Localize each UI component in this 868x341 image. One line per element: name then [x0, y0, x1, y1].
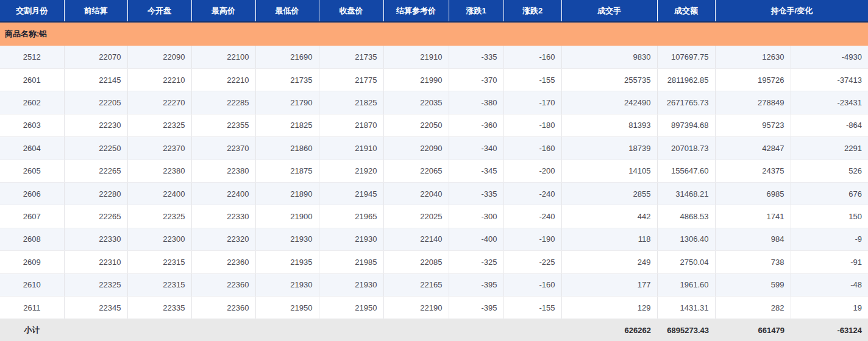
value-cell: -48	[791, 273, 868, 296]
value-cell: 21945	[319, 182, 383, 205]
value-cell: 22265	[64, 160, 127, 182]
value-cell: 676	[791, 182, 868, 205]
value-cell: 22065	[383, 160, 449, 182]
subtotal-value-cell	[383, 319, 449, 341]
value-cell: 22270	[127, 91, 191, 114]
value-cell: 155647.60	[657, 160, 715, 182]
value-cell: 21910	[383, 46, 449, 68]
delivery-month-cell: 2608	[0, 228, 64, 250]
value-cell: 19	[791, 296, 868, 318]
value-cell: 12630	[715, 46, 791, 68]
table-row-month-2602: 2602222052227022285217902182522035-380-1…	[0, 91, 868, 114]
value-cell: 22230	[64, 114, 127, 136]
futures-quotes-page: 交割月份前结算今开盘最高价最低价收盘价结算参考价涨跌1涨跌2成交手成交额持仓手/…	[0, 0, 868, 341]
value-cell: 22380	[191, 160, 255, 182]
value-cell: 21930	[319, 228, 383, 250]
value-cell: 22035	[383, 91, 449, 114]
value-cell: -380	[449, 91, 503, 114]
value-cell: 278849	[715, 91, 791, 114]
column-header-12: 持仓手/变化	[715, 0, 868, 22]
value-cell: 21930	[319, 273, 383, 296]
value-cell: 22325	[64, 273, 127, 296]
value-cell: -240	[503, 182, 561, 205]
value-cell: 22360	[191, 273, 255, 296]
value-cell: 9830	[561, 46, 657, 68]
table-row-month-2605: 2605222652238022380218752192022065-345-2…	[0, 160, 868, 182]
column-header-10: 成交手	[561, 0, 657, 22]
value-cell: -370	[449, 68, 503, 91]
value-cell: -300	[449, 205, 503, 228]
value-cell: 21920	[319, 160, 383, 182]
table-row-month-2608: 2608223302230022320219302193022140-400-1…	[0, 228, 868, 250]
value-cell: 22100	[191, 46, 255, 68]
value-cell: 22315	[127, 273, 191, 296]
value-cell: 2291	[791, 137, 868, 160]
value-cell: 24375	[715, 160, 791, 182]
subtotal-row: 小计6262626895273.43661479-63124	[0, 319, 868, 341]
value-cell: 95723	[715, 114, 791, 136]
value-cell: 81393	[561, 114, 657, 136]
subtotal-label: 小计	[0, 319, 64, 341]
value-cell: 22345	[64, 296, 127, 318]
value-cell: 21890	[255, 182, 319, 205]
value-cell: -180	[503, 114, 561, 136]
value-cell: 22370	[127, 137, 191, 160]
value-cell: 22315	[127, 251, 191, 273]
value-cell: 21935	[255, 251, 319, 273]
value-cell: 195726	[715, 68, 791, 91]
delivery-month-cell: 2606	[0, 182, 64, 205]
value-cell: 22325	[127, 114, 191, 136]
column-header-7: 结算参考价	[383, 0, 449, 22]
value-cell: -345	[449, 160, 503, 182]
subtotal-value-cell	[319, 319, 383, 341]
value-cell: 22355	[191, 114, 255, 136]
value-cell: 207018.73	[657, 137, 715, 160]
commodity-name-label: 商品名称:铝	[0, 22, 868, 46]
value-cell: 21690	[255, 46, 319, 68]
table-row-month-2604: 2604222502237022370218602191022090-340-1…	[0, 137, 868, 160]
delivery-month-cell: 2602	[0, 91, 64, 114]
value-cell: 21790	[255, 91, 319, 114]
table-row-month-2610: 2610223252231522360219302193022165-395-1…	[0, 273, 868, 296]
value-cell: 150	[791, 205, 868, 228]
table-row-month-2603: 2603222302232522355218252187022050-360-1…	[0, 114, 868, 136]
value-cell: 22265	[64, 205, 127, 228]
value-cell: 107697.75	[657, 46, 715, 68]
value-cell: 22325	[127, 205, 191, 228]
value-cell: 22250	[64, 137, 127, 160]
value-cell: -395	[449, 273, 503, 296]
value-cell: 22025	[383, 205, 449, 228]
value-cell: 22400	[127, 182, 191, 205]
value-cell: 22210	[127, 68, 191, 91]
subtotal-value-cell	[449, 319, 503, 341]
value-cell: 22320	[191, 228, 255, 250]
header-row: 交割月份前结算今开盘最高价最低价收盘价结算参考价涨跌1涨跌2成交手成交额持仓手/…	[0, 0, 868, 22]
value-cell: 526	[791, 160, 868, 182]
value-cell: 22310	[64, 251, 127, 273]
value-cell: -200	[503, 160, 561, 182]
value-cell: 255735	[561, 68, 657, 91]
commodity-group-row: 商品名称:铝	[0, 22, 868, 46]
value-cell: 22140	[383, 228, 449, 250]
value-cell: 1961.60	[657, 273, 715, 296]
value-cell: -340	[449, 137, 503, 160]
value-cell: 2811962.85	[657, 68, 715, 91]
value-cell: 22070	[64, 46, 127, 68]
value-cell: 21860	[255, 137, 319, 160]
subtotal-value-cell	[255, 319, 319, 341]
value-cell: -170	[503, 91, 561, 114]
subtotal-value-cell	[64, 319, 127, 341]
value-cell: 599	[715, 273, 791, 296]
table-row-month-2607: 2607222652232522330219002196522025-300-2…	[0, 205, 868, 228]
value-cell: 22210	[191, 68, 255, 91]
value-cell: -395	[449, 296, 503, 318]
value-cell: -9	[791, 228, 868, 250]
table-row-month-2606: 2606222802240022400218902194522040-335-2…	[0, 182, 868, 205]
column-header-8: 涨跌1	[449, 0, 503, 22]
value-cell: 21910	[319, 137, 383, 160]
value-cell: 1741	[715, 205, 791, 228]
table-row-month-2611: 2611223452233522360219502195022190-395-1…	[0, 296, 868, 318]
value-cell: 22145	[64, 68, 127, 91]
value-cell: 22040	[383, 182, 449, 205]
value-cell: 21950	[319, 296, 383, 318]
